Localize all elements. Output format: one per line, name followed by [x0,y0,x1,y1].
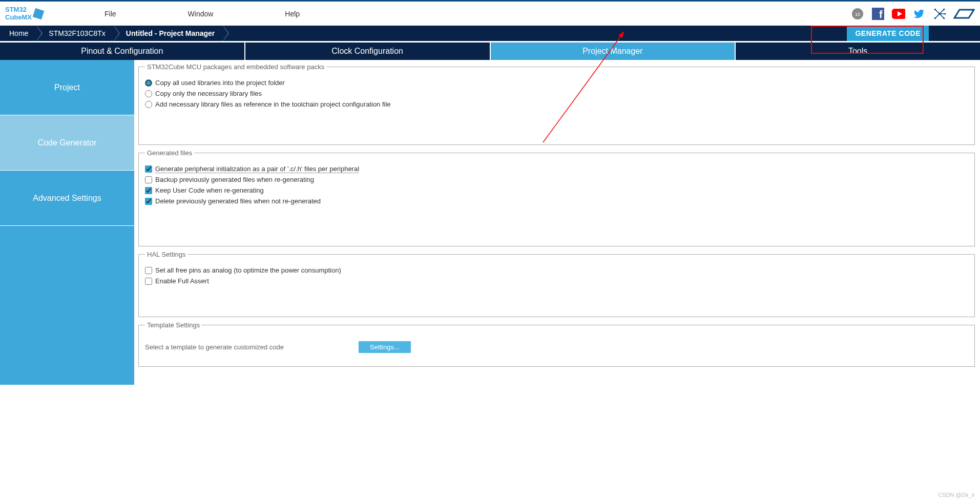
badge-icon[interactable]: 10 [851,7,864,20]
sidebar-fill [0,226,134,385]
label-delete-prev[interactable]: Delete previously generated files when n… [155,197,321,205]
checkbox-delete-prev[interactable] [145,198,152,205]
top-menu-bar: STM32 CubeMX File Window Help 10 f [0,0,980,26]
svg-text:f: f [879,9,883,20]
tab-clock[interactable]: Clock Configuration [245,43,491,60]
radio-copy-all[interactable] [145,79,152,87]
svg-point-10 [943,17,945,19]
tab-project-manager[interactable]: Project Manager [491,43,736,60]
template-settings-button[interactable]: Settings... [359,341,411,353]
sidebar-item-code-generator[interactable]: Code Generator [0,115,134,171]
template-prompt: Select a template to generate customized… [145,343,284,351]
st-logo-icon[interactable] [953,7,975,20]
packages-fieldset: STM32Cube MCU packages and embedded soft… [138,63,975,145]
svg-point-11 [944,13,946,14]
hal-legend: HAL Settings [145,251,187,258]
label-keep-user-code[interactable]: Keep User Code when re-generating [155,186,264,194]
logo-text-1: STM32 [5,6,32,13]
label-full-assert[interactable]: Enable Full Assert [155,277,209,285]
packages-legend: STM32Cube MCU packages and embedded soft… [145,63,326,71]
tab-tools[interactable]: Tools [736,43,980,60]
tab-pinout[interactable]: Pinout & Configuration [0,43,245,60]
generated-files-legend: Generated files [145,149,194,157]
label-periph-init[interactable]: Generate peripheral initialization as a … [155,165,359,173]
generated-files-fieldset: Generated files Generate peripheral init… [138,149,975,246]
label-free-pins-analog[interactable]: Set all free pins as analog (to optimize… [155,266,341,274]
sidebar-item-advanced-settings[interactable]: Advanced Settings [0,171,134,226]
menu-file[interactable]: File [105,10,116,18]
template-settings-fieldset: Template Settings Select a template to g… [138,321,975,367]
logo-text-2: CubeMX [5,14,32,21]
side-nav: Project Code Generator Advanced Settings [0,60,134,385]
breadcrumb-chip[interactable]: STM32F103C8Tx [44,26,113,41]
breadcrumb-home[interactable]: Home [4,26,36,41]
breadcrumb-page[interactable]: Untitled - Project Manager [121,26,223,41]
svg-point-6 [939,12,941,14]
menu-help[interactable]: Help [285,10,300,18]
label-backup[interactable]: Backup previously generated files when r… [155,176,314,183]
template-legend: Template Settings [145,321,202,329]
twitter-icon[interactable] [912,7,926,20]
checkbox-free-pins-analog[interactable] [145,267,152,274]
breadcrumb: Home STM32F103C8Tx Untitled - Project Ma… [0,26,980,41]
label-copy-all[interactable]: Copy all used libraries into the project… [155,79,285,87]
radio-add-reference[interactable] [145,101,152,108]
content-area: Project Code Generator Advanced Settings… [0,60,980,385]
generate-code-button[interactable]: GENERATE CODE [847,26,929,41]
logo-cube-icon [33,8,45,19]
svg-point-8 [943,8,945,10]
checkbox-periph-init[interactable] [145,165,152,173]
label-add-reference[interactable]: Add necessary library files as reference… [155,100,391,108]
youtube-icon[interactable] [892,7,905,20]
label-copy-necessary[interactable]: Copy only the necessary library files [155,90,262,97]
checkbox-full-assert[interactable] [145,278,152,285]
main-tabs: Pinout & Configuration Clock Configurati… [0,43,980,60]
svg-text:10: 10 [855,12,860,17]
social-icons: 10 f [851,7,975,20]
menu-items: File Window Help [105,10,851,18]
logo: STM32 CubeMX [5,6,43,21]
hal-settings-fieldset: HAL Settings Set all free pins as analog… [138,251,975,317]
facebook-icon[interactable]: f [871,7,885,20]
radio-copy-necessary[interactable] [145,90,152,97]
checkbox-backup[interactable] [145,176,152,183]
svg-point-7 [934,8,936,10]
network-icon[interactable] [933,7,946,20]
main-panel: STM32Cube MCU packages and embedded soft… [134,60,980,385]
checkbox-keep-user-code[interactable] [145,187,152,194]
menu-window[interactable]: Window [188,10,214,18]
sidebar-item-project[interactable]: Project [0,60,134,115]
svg-point-9 [934,17,936,19]
